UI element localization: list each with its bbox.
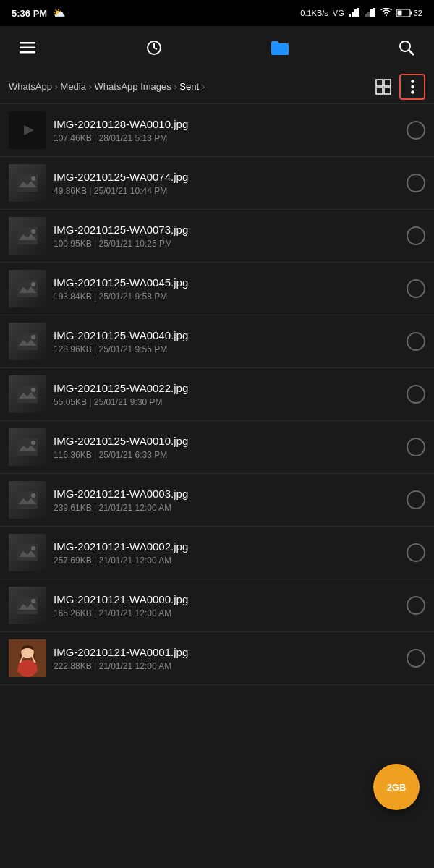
- svg-point-23: [411, 90, 414, 93]
- svg-rect-42: [17, 597, 38, 614]
- svg-rect-19: [376, 88, 383, 94]
- list-item[interactable]: IMG-20210121-WA0001.jpg 222.88KB | 21/01…: [0, 632, 434, 685]
- storage-fab[interactable]: 2GB: [373, 764, 420, 810]
- wifi-icon: [380, 8, 392, 18]
- fab-label: 2GB: [387, 782, 407, 793]
- time: 5:36 PM: [12, 8, 47, 19]
- file-select-checkbox[interactable]: [407, 649, 425, 668]
- svg-rect-5: [367, 12, 370, 17]
- file-select-checkbox[interactable]: [407, 543, 425, 562]
- file-thumbnail: [9, 111, 46, 149]
- file-select-checkbox[interactable]: [407, 438, 425, 456]
- file-select-checkbox[interactable]: [407, 596, 425, 615]
- file-thumbnail: [9, 639, 46, 677]
- svg-point-35: [31, 388, 35, 392]
- svg-point-37: [31, 441, 35, 445]
- svg-point-43: [31, 599, 35, 603]
- svg-point-22: [411, 85, 414, 88]
- breadcrumb-media[interactable]: Media: [61, 81, 86, 92]
- svg-point-39: [31, 493, 35, 498]
- file-name: IMG-20210125-WA0073.jpg: [54, 224, 399, 236]
- file-info: IMG-20210121-WA0002.jpg 257.69KB | 21/01…: [54, 540, 399, 566]
- list-item[interactable]: IMG-20210121-WA0002.jpg 257.69KB | 21/01…: [0, 527, 434, 579]
- file-info: IMG-20210121-WA0001.jpg 222.88KB | 21/01…: [54, 646, 399, 671]
- cloud-icon: ⛅: [53, 7, 65, 19]
- svg-rect-18: [384, 80, 391, 86]
- file-thumbnail: [9, 164, 46, 202]
- more-options-button[interactable]: [399, 74, 425, 100]
- list-item[interactable]: IMG-20210125-WA0022.jpg 55.05KB | 25/01/…: [0, 368, 434, 421]
- battery-icon: 32: [396, 9, 422, 17]
- file-select-checkbox[interactable]: [407, 174, 425, 192]
- file-info: IMG-20210125-WA0045.jpg 193.84KB | 25/01…: [54, 276, 399, 302]
- file-name: IMG-20210121-WA0000.jpg: [54, 593, 399, 605]
- svg-point-21: [411, 80, 414, 82]
- file-name: IMG-20210125-WA0010.jpg: [54, 435, 399, 447]
- file-meta: 107.46KB | 28/01/21 5:13 PM: [54, 133, 399, 143]
- search-button[interactable]: [393, 35, 420, 61]
- file-meta: 55.05KB | 25/01/21 9:30 PM: [54, 397, 399, 407]
- list-item[interactable]: IMG-20210128-WA0010.jpg 107.46KB | 28/01…: [0, 104, 434, 157]
- file-select-checkbox[interactable]: [407, 121, 425, 140]
- list-item[interactable]: IMG-20210121-WA0000.jpg 165.26KB | 21/01…: [0, 579, 434, 632]
- svg-rect-36: [17, 438, 38, 456]
- svg-rect-20: [384, 88, 391, 94]
- svg-rect-11: [20, 42, 35, 44]
- file-name: IMG-20210121-WA0002.jpg: [54, 540, 399, 553]
- breadcrumb-whatsapp[interactable]: WhatsApp: [9, 81, 52, 92]
- file-select-checkbox[interactable]: [407, 385, 425, 404]
- file-select-checkbox[interactable]: [407, 226, 425, 245]
- file-meta: 193.84KB | 25/01/21 9:58 PM: [54, 292, 399, 302]
- file-meta: 128.96KB | 25/01/21 9:55 PM: [54, 344, 399, 354]
- breadcrumb-sent[interactable]: Sent: [179, 81, 199, 92]
- file-meta: 116.36KB | 25/01/21 6:33 PM: [54, 450, 399, 460]
- breadcrumb-images[interactable]: WhatsApp Images: [95, 81, 171, 92]
- file-info: IMG-20210125-WA0040.jpg 128.96KB | 25/01…: [54, 329, 399, 354]
- file-thumbnail: [9, 217, 46, 255]
- svg-rect-17: [376, 80, 383, 86]
- folder-button[interactable]: [267, 35, 293, 61]
- history-button[interactable]: [141, 35, 167, 61]
- file-thumbnail: [9, 587, 46, 624]
- signal-icon: [349, 8, 360, 18]
- file-meta: 257.69KB | 21/01/21 12:00 AM: [54, 556, 399, 566]
- svg-point-31: [31, 282, 35, 286]
- file-info: IMG-20210125-WA0010.jpg 116.36KB | 25/01…: [54, 435, 399, 460]
- file-name: IMG-20210121-WA0001.jpg: [54, 646, 399, 658]
- file-meta: 222.88KB | 21/01/21 12:00 AM: [54, 661, 399, 671]
- list-item[interactable]: IMG-20210125-WA0040.jpg 128.96KB | 25/01…: [0, 315, 434, 368]
- file-info: IMG-20210121-WA0003.jpg 239.61KB | 21/01…: [54, 488, 399, 513]
- list-item[interactable]: IMG-20210125-WA0074.jpg 49.86KB | 25/01/…: [0, 157, 434, 210]
- file-name: IMG-20210125-WA0022.jpg: [54, 382, 399, 394]
- file-thumbnail: [9, 481, 46, 519]
- signal2-icon: [365, 8, 376, 18]
- grid-view-button[interactable]: [370, 74, 396, 100]
- file-name: IMG-20210125-WA0045.jpg: [54, 276, 399, 289]
- file-select-checkbox[interactable]: [407, 332, 425, 351]
- network-speed: 0.1KB/s: [300, 9, 328, 17]
- svg-rect-3: [357, 8, 359, 17]
- list-item[interactable]: IMG-20210125-WA0073.jpg 100.95KB | 25/01…: [0, 210, 434, 263]
- svg-rect-6: [370, 9, 373, 17]
- file-list: IMG-20210128-WA0010.jpg 107.46KB | 28/01…: [0, 104, 434, 685]
- file-info: IMG-20210121-WA0000.jpg 165.26KB | 21/01…: [54, 593, 399, 618]
- list-item[interactable]: IMG-20210125-WA0045.jpg 193.84KB | 25/01…: [0, 263, 434, 315]
- svg-rect-10: [397, 11, 401, 16]
- file-name: IMG-20210121-WA0003.jpg: [54, 488, 399, 500]
- file-thumbnail: [9, 534, 46, 571]
- file-name: IMG-20210125-WA0040.jpg: [54, 329, 399, 341]
- file-select-checkbox[interactable]: [407, 490, 425, 509]
- svg-point-29: [31, 229, 35, 234]
- file-meta: 49.86KB | 25/01/21 10:44 PM: [54, 186, 399, 196]
- menu-button[interactable]: [14, 35, 41, 61]
- file-thumbnail: [9, 428, 46, 466]
- file-name: IMG-20210128-WA0010.jpg: [54, 118, 399, 130]
- file-info: IMG-20210128-WA0010.jpg 107.46KB | 28/01…: [54, 118, 399, 143]
- status-bar: 5:36 PM ⛅ 0.1KB/s VG: [0, 0, 434, 26]
- file-info: IMG-20210125-WA0073.jpg 100.95KB | 25/01…: [54, 224, 399, 249]
- list-item[interactable]: IMG-20210121-WA0003.jpg 239.61KB | 21/01…: [0, 474, 434, 527]
- file-select-checkbox[interactable]: [407, 279, 425, 298]
- list-item[interactable]: IMG-20210125-WA0010.jpg 116.36KB | 25/01…: [0, 421, 434, 474]
- file-thumbnail: [9, 375, 46, 413]
- svg-point-15: [400, 41, 410, 51]
